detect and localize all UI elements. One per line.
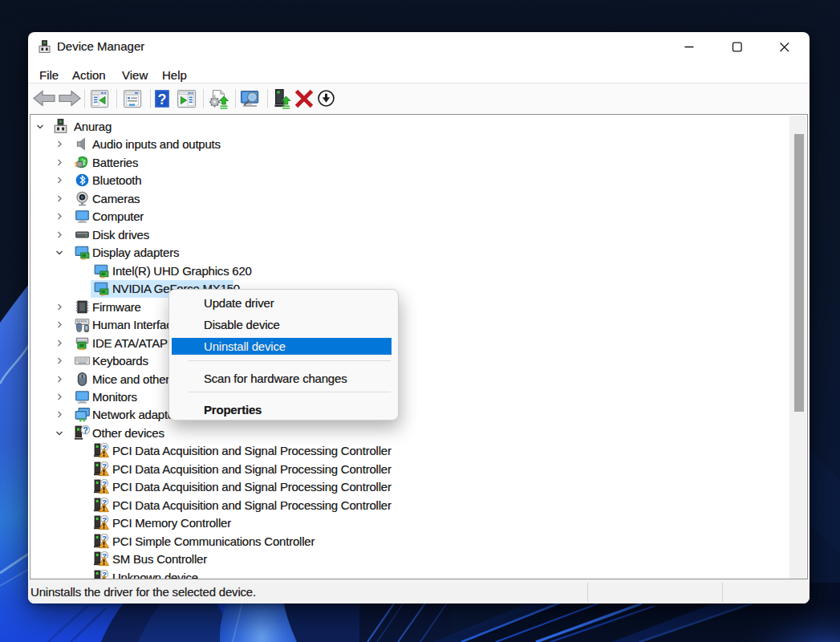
svg-text:?: ? <box>158 91 167 108</box>
